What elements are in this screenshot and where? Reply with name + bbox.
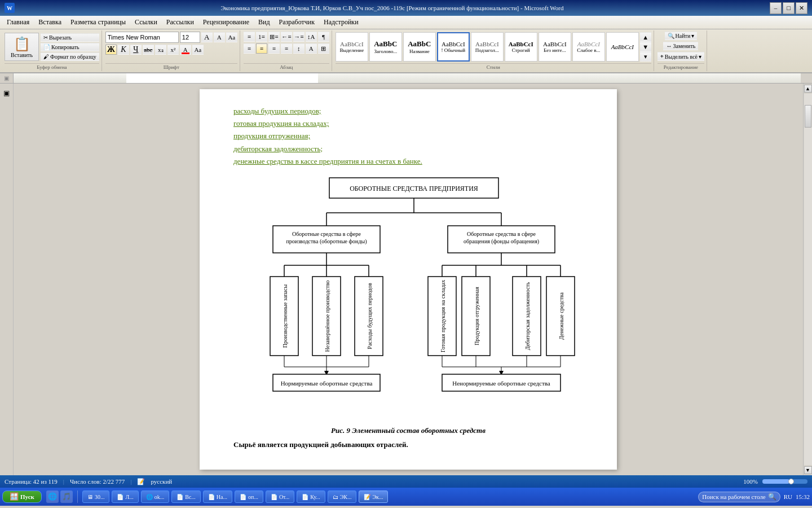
font-shrink-button[interactable]: A xyxy=(214,32,225,42)
font-color-button[interactable]: A xyxy=(180,45,191,55)
copy-button[interactable]: 📄 Копировать xyxy=(41,43,99,51)
svg-text:Денежные средства: Денежные средства xyxy=(558,292,564,339)
svg-text:ОБОРОТНЫЕ СРЕДСТВА ПРЕДПРИЯТИЯ: ОБОРОТНЫЕ СРЕДСТВА ПРЕДПРИЯТИЯ xyxy=(350,185,478,192)
align-center-button[interactable]: ≡ xyxy=(256,43,267,54)
paste-button[interactable]: 📋 Вставить xyxy=(5,33,39,61)
menu-vid[interactable]: Вид xyxy=(254,17,275,28)
align-right-button[interactable]: ≡ xyxy=(268,43,280,54)
line-debitor: дебиторская задолженность; xyxy=(233,144,583,154)
style-normal[interactable]: AaBbCcI ! Обычный xyxy=(437,32,470,62)
bullets-button[interactable]: ≡ xyxy=(244,32,255,42)
scrollbar[interactable]: ▲ ▼ xyxy=(803,84,812,475)
format-painter-button[interactable]: 🖌 Формат по образцу xyxy=(41,52,99,61)
font-row1: A A Aa xyxy=(105,32,237,43)
styles-expand[interactable]: ▾ xyxy=(640,52,651,62)
svg-text:обращения (фонды обращения): обращения (фонды обращения) xyxy=(464,238,539,245)
app-icon: W xyxy=(5,3,15,13)
menu-rassylki[interactable]: Рассылки xyxy=(162,17,198,28)
menu-razmetka[interactable]: Разметка страницы xyxy=(66,17,130,28)
spell-check-icon[interactable]: 📝 xyxy=(137,478,145,485)
document-container[interactable]: расходы будущих периодов; готовая продук… xyxy=(14,84,803,475)
justify-button[interactable]: ≡ xyxy=(281,43,292,54)
scroll-down-button[interactable]: ▼ xyxy=(804,466,812,474)
menu-glavnaya[interactable]: Главная xyxy=(2,17,34,28)
window-controls[interactable]: – □ ✕ xyxy=(770,2,807,14)
line-spacing-button[interactable]: ↕ xyxy=(293,43,304,54)
styles-scroll-down[interactable]: ▼ xyxy=(640,42,651,51)
font-name-input[interactable] xyxy=(105,32,179,43)
highlight-button[interactable]: Аа xyxy=(192,45,204,55)
view-icon[interactable]: ▣ xyxy=(3,89,10,98)
taskbar-item-9[interactable]: 🗂ЭК... xyxy=(328,491,357,503)
window-title: Экономика предприятия_Юркова Т.И, Юрков … xyxy=(15,5,770,11)
menu-recenz[interactable]: Рецензирование xyxy=(198,17,254,28)
diagram-svg: ОБОРОТНЫЕ СРЕДСТВА ПРЕДПРИЯТИЯ Оборотные… xyxy=(239,172,589,421)
ribbon-content: 📋 Вставить ✂ Вырезать 📄 Копировать 🖌 Фор… xyxy=(2,30,810,71)
styles-scroll-up[interactable]: ▲ xyxy=(640,32,651,42)
taskbar-item-1[interactable]: 🖥30... xyxy=(82,491,110,503)
scroll-track[interactable] xyxy=(804,94,812,465)
taskbar-item-6[interactable]: 📄оп... xyxy=(235,491,263,503)
menu-razrab[interactable]: Разработчик xyxy=(275,17,320,28)
numbering-button[interactable]: 1≡ xyxy=(256,32,267,42)
select-button[interactable]: ⌖ Выделить всё ▾ xyxy=(657,52,704,61)
taskbar-item-5[interactable]: 📄На... xyxy=(203,491,232,503)
ie-icon[interactable]: 🌐 xyxy=(46,491,59,503)
svg-text:Ненормируемые оборотные средст: Ненормируемые оборотные средства xyxy=(452,380,550,387)
style-title[interactable]: AaBbC Название xyxy=(403,32,436,62)
zoom-slider[interactable] xyxy=(762,479,807,484)
styles-scroll: ▲ ▼ ▾ xyxy=(640,32,651,62)
para-row1: ≡ 1≡ ⊞≡ ←≡ →≡ ↕A ¶ xyxy=(244,32,329,42)
increase-indent-button[interactable]: →≡ xyxy=(293,32,304,42)
style-subtitle[interactable]: AaBbCcI Подзагол... xyxy=(471,32,504,62)
scroll-thumb[interactable] xyxy=(805,105,811,128)
minimize-button[interactable]: – xyxy=(770,2,782,14)
menu-ssylki[interactable]: Ссылки xyxy=(130,17,162,28)
search-box[interactable]: Поиск на рабочем столе 🔍 xyxy=(698,492,780,502)
decrease-indent-button[interactable]: ←≡ xyxy=(281,32,292,42)
align-left-button[interactable]: ≡ xyxy=(244,43,255,54)
borders-button[interactable]: ⊞ xyxy=(318,43,329,54)
close-button[interactable]: ✕ xyxy=(796,2,807,14)
font-grow-button[interactable]: A xyxy=(201,32,213,42)
taskbar-item-active[interactable]: 📝Эк... xyxy=(359,491,388,503)
style-custom[interactable]: AaBbCcI xyxy=(606,32,639,62)
taskbar-item-3[interactable]: 🌐ok... xyxy=(141,491,170,503)
editing-label: Редактирование xyxy=(657,63,704,70)
replace-button[interactable]: ↔ Заменить xyxy=(663,42,698,50)
underline-button[interactable]: Ч xyxy=(130,45,142,55)
cut-button[interactable]: ✂ Вырезать xyxy=(41,33,99,42)
quicklaunch: 🌐 🎵 xyxy=(46,491,73,503)
style-selection[interactable]: AaBbCcI Выделение xyxy=(336,32,368,62)
font-size-input[interactable] xyxy=(180,32,200,43)
taskbar-item-8[interactable]: 📄Ку... xyxy=(297,491,325,503)
style-no-interval[interactable]: AaBbCcI Без инте... xyxy=(539,32,571,62)
style-heading[interactable]: AaBbC Заголово... xyxy=(369,32,402,62)
show-marks-button[interactable]: ¶ xyxy=(318,32,329,42)
fill-color-button[interactable]: A xyxy=(306,43,317,54)
taskbar-item-4[interactable]: 📄Вс... xyxy=(171,491,201,503)
subscript-button[interactable]: x₂ xyxy=(155,45,166,55)
start-button[interactable]: 🪟 Пуск xyxy=(2,491,42,503)
style-weak[interactable]: AaBbCcI Слабое в... xyxy=(572,32,605,62)
para-row2: ≡ ≡ ≡ ≡ ↕ A ⊞ xyxy=(244,43,329,54)
multilevel-button[interactable]: ⊞≡ xyxy=(268,32,280,42)
font-content: A A Aa Ж К Ч abc x₂ x² A Аа xyxy=(105,32,237,62)
find-button[interactable]: 🔍 Найти ▾ xyxy=(665,32,698,40)
taskbar-item-2[interactable]: 📄Л... xyxy=(112,491,138,503)
clear-format-button[interactable]: Aa xyxy=(226,32,237,42)
superscript-button[interactable]: x² xyxy=(167,45,179,55)
italic-button[interactable]: К xyxy=(118,45,129,55)
strikethrough-button[interactable]: abc xyxy=(143,45,154,55)
bold-button[interactable]: Ж xyxy=(105,45,117,55)
style-strict[interactable]: AaBbCcI Строгий xyxy=(505,32,537,62)
media-icon[interactable]: 🎵 xyxy=(60,491,73,503)
taskbar-item-7[interactable]: 📄От... xyxy=(266,491,294,503)
sort-button[interactable]: ↕A xyxy=(306,32,317,42)
menu-nastroyki[interactable]: Надстройки xyxy=(319,17,363,28)
lang-indicator[interactable]: RU xyxy=(784,493,792,500)
maximize-button[interactable]: □ xyxy=(783,2,795,14)
menu-vstavka[interactable]: Вставка xyxy=(34,17,66,28)
scroll-up-button[interactable]: ▲ xyxy=(804,85,812,93)
ruler-left: ▣ xyxy=(0,73,14,83)
